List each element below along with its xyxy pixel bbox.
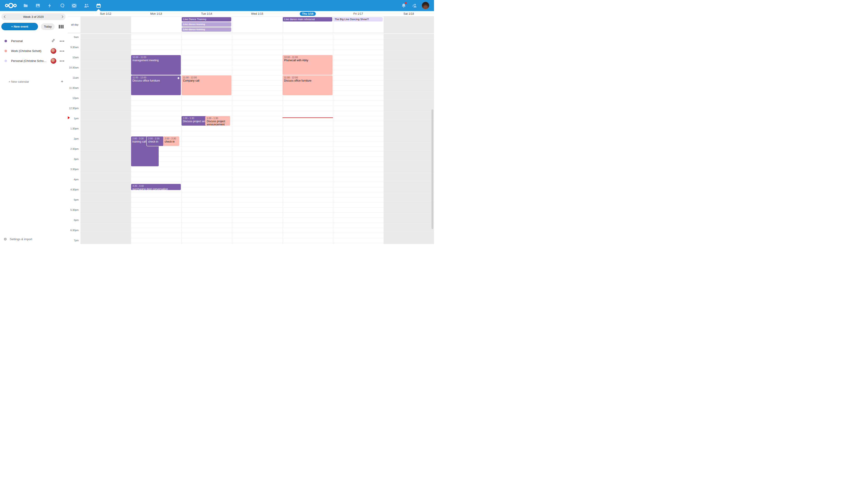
calendar-actions-menu-icon[interactable]: ●●● xyxy=(59,60,65,62)
current-time-arrow-icon xyxy=(68,116,70,119)
shared-by-avatar xyxy=(51,48,56,54)
share-link-icon[interactable] xyxy=(52,39,55,43)
event-time: 11:00 - 12:00 xyxy=(183,76,230,79)
current-time-line xyxy=(283,118,333,118)
event-checkin-1[interactable]: 2:00 - 2:30check-in xyxy=(147,136,163,146)
calendar-color-dot xyxy=(4,60,7,62)
grid-line xyxy=(81,172,434,172)
all-day-event[interactable]: Line dance training xyxy=(182,22,231,27)
event-time: 2:00 - 2:30 xyxy=(148,137,162,140)
time-label: 11:30am xyxy=(68,86,79,90)
event-time: 10:00 - 11:00 xyxy=(132,56,180,59)
day-header-tue[interactable]: Tue 1/14 xyxy=(182,11,232,17)
calendar-list-item-work-christine[interactable]: Work (Christine Schott) ●●● xyxy=(0,46,68,56)
time-label: 3pm xyxy=(68,158,79,161)
top-navigation-bar xyxy=(0,0,434,11)
day-header-sun[interactable]: Sun 1/12 xyxy=(81,11,131,17)
calendar-week-view: Sun 1/12Mon 1/13Tue 1/14Wed 1/15Thu 1/16… xyxy=(68,11,434,244)
event-time: 2:00 - 2:30 xyxy=(164,137,178,140)
week-title[interactable]: Week 3 of 2020 xyxy=(1,13,66,20)
event-project-purple[interactable]: 1:00 - 1:30Discuss project announcement xyxy=(182,116,208,126)
event-project-pink[interactable]: 1:00 - 1:30Discuss project announcement xyxy=(205,116,230,126)
alarm-bell-icon xyxy=(177,76,180,79)
event-title: check-in xyxy=(148,140,162,143)
grid-line xyxy=(81,39,434,40)
all-day-column xyxy=(383,17,434,33)
event-title: Discuss office furniture xyxy=(132,79,180,83)
event-purchasing[interactable]: 4:20 - 4:40purchasing dept conversation xyxy=(131,184,181,190)
event-mgmt[interactable]: 10:00 - 11:00management meeting xyxy=(131,55,181,75)
event-title: Company call xyxy=(183,79,230,83)
sidebar-actions: + New event Today xyxy=(1,23,66,30)
nextcloud-logo[interactable] xyxy=(4,2,17,9)
event-title: Discuss office furniture xyxy=(284,79,331,83)
talk-app-icon[interactable] xyxy=(57,0,67,11)
time-label: 12:30pm xyxy=(68,107,79,110)
files-app-icon[interactable] xyxy=(21,0,31,11)
event-time: 11:00 - 12:00 xyxy=(132,76,180,79)
day-header-sat[interactable]: Sat 1/18 xyxy=(383,11,434,17)
activity-app-icon[interactable] xyxy=(45,0,55,11)
calendar-app-icon[interactable] xyxy=(94,0,103,11)
photos-app-icon[interactable] xyxy=(33,0,43,11)
notification-badge xyxy=(405,2,407,4)
time-label: 5:30pm xyxy=(68,208,79,212)
settings-and-import-button[interactable]: ⚙ Settings & import xyxy=(0,235,68,242)
grid-line xyxy=(81,116,434,116)
all-day-row: all-day Line Dance TrainingLine dance tr… xyxy=(68,17,434,33)
event-title: Discuss project announcement xyxy=(183,120,207,123)
event-furniture-mon[interactable]: 11:00 - 12:00Discuss office furniture xyxy=(131,75,181,95)
event-title: management meeting xyxy=(132,59,180,62)
all-day-column xyxy=(232,17,283,33)
event-furniture-thu[interactable]: 11:00 - 12:00Discuss office furniture xyxy=(283,75,332,95)
time-label: 12pm xyxy=(68,96,79,100)
time-label: 9am xyxy=(68,35,79,39)
event-company-call[interactable]: 11:00 - 12:00Company call xyxy=(182,75,231,95)
day-header-mon[interactable]: Mon 1/13 xyxy=(131,11,182,17)
vertical-scrollbar-thumb[interactable] xyxy=(432,109,433,229)
all-day-event[interactable]: Line dance training xyxy=(182,27,231,32)
calendar-actions-menu-icon[interactable]: ●●● xyxy=(59,40,65,42)
previous-week-button[interactable] xyxy=(1,13,8,20)
day-header-thu[interactable]: Thu 1/16 xyxy=(283,11,333,17)
view-switcher-icon[interactable] xyxy=(59,25,64,29)
today-button[interactable]: Today xyxy=(41,23,55,30)
event-checkin-2[interactable]: 2:00 - 2:30check-in xyxy=(163,136,179,146)
event-title: purchasing dept conversation xyxy=(132,188,180,190)
event-title: Phonecall with Abby xyxy=(284,59,331,62)
event-title: check-in xyxy=(164,140,178,143)
time-label: 6:30pm xyxy=(68,229,79,232)
all-day-event[interactable]: The Big Line Dancing Show!!! xyxy=(333,17,383,22)
new-calendar-button[interactable]: + New calendar + xyxy=(0,77,68,86)
grid-line xyxy=(81,243,434,243)
contacts-menu-icon[interactable] xyxy=(410,0,420,11)
time-label: 3:30pm xyxy=(68,168,79,171)
event-time: 10:00 - 11:00 xyxy=(284,56,331,59)
contacts-app-icon[interactable] xyxy=(81,0,91,11)
notifications-bell-icon[interactable] xyxy=(399,0,409,11)
day-header-wed[interactable]: Wed 1/15 xyxy=(232,11,283,17)
grid-line xyxy=(81,218,434,218)
time-label: 1:30pm xyxy=(68,127,79,130)
next-week-button[interactable] xyxy=(59,13,66,20)
event-time: 11:00 - 12:00 xyxy=(284,76,331,79)
day-header-row: Sun 1/12Mon 1/13Tue 1/14Wed 1/15Thu 1/16… xyxy=(68,11,434,17)
time-label: 10:30am xyxy=(68,66,79,69)
calendar-actions-menu-icon[interactable]: ●●● xyxy=(59,50,65,52)
all-day-event[interactable]: Line Dance Training xyxy=(182,17,231,22)
new-event-button[interactable]: + New event xyxy=(1,23,38,30)
event-abby[interactable]: 10:00 - 11:00Phonecall with Abby xyxy=(283,55,332,75)
mail-app-icon[interactable] xyxy=(69,0,79,11)
all-day-event[interactable]: Line dance main rehearsal xyxy=(283,17,332,22)
grid-line xyxy=(81,233,434,233)
calendar-list-item-personal-christine[interactable]: Personal (Christine Scho… ●●● xyxy=(0,56,68,66)
grid-line xyxy=(81,192,434,192)
time-label: 7pm xyxy=(68,239,79,242)
day-header-fri[interactable]: Fri 1/17 xyxy=(333,11,383,17)
active-app-indicator xyxy=(96,9,101,11)
calendar-list-item-personal[interactable]: Personal ●●● xyxy=(0,36,68,46)
shared-by-avatar xyxy=(51,58,56,64)
user-avatar[interactable] xyxy=(422,2,429,9)
nextcloud-calendar-app: Week 3 of 2020 + New event Today Persona… xyxy=(0,0,434,244)
event-time: 1:00 - 1:30 xyxy=(207,117,229,120)
